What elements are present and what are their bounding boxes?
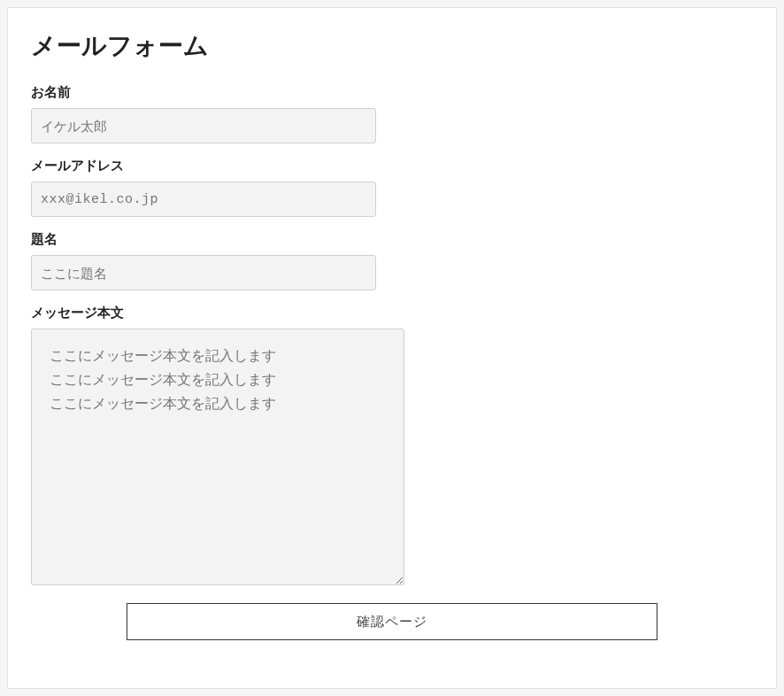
email-input[interactable] <box>31 182 376 217</box>
message-field-group: メッセージ本文 <box>31 305 753 589</box>
form-title: メールフォーム <box>31 29 753 63</box>
message-textarea[interactable] <box>31 329 404 585</box>
subject-label: 題名 <box>31 231 753 248</box>
message-label: メッセージ本文 <box>31 305 753 321</box>
subject-field-group: 題名 <box>31 231 753 290</box>
name-field-group: お名前 <box>31 84 753 143</box>
submit-row: 確認ページ <box>31 603 753 640</box>
email-field-group: メールアドレス <box>31 158 753 217</box>
name-label: お名前 <box>31 84 753 101</box>
confirm-button[interactable]: 確認ページ <box>127 603 657 640</box>
email-label: メールアドレス <box>31 158 753 174</box>
name-input[interactable] <box>31 108 376 143</box>
mail-form-container: メールフォーム お名前 メールアドレス 題名 メッセージ本文 確認ページ <box>7 7 777 689</box>
subject-input[interactable] <box>31 255 376 290</box>
